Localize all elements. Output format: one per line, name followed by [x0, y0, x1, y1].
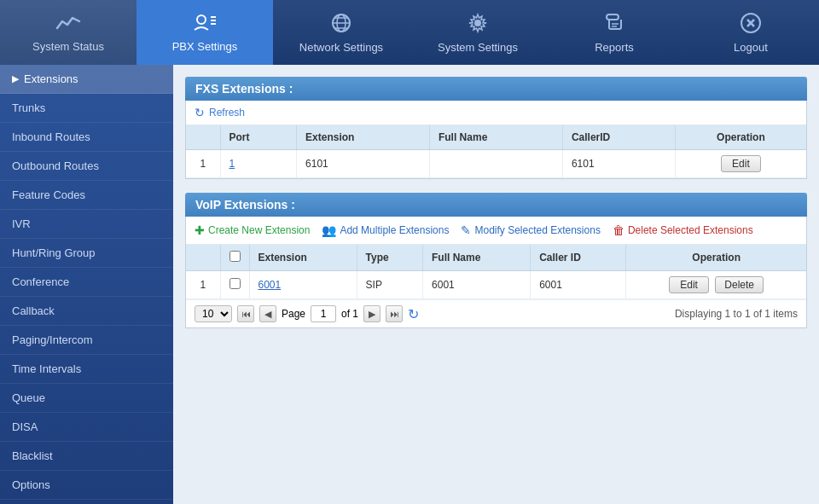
fxs-edit-button[interactable]: Edit	[721, 155, 761, 172]
fxs-row-callerid: 6101	[562, 150, 675, 178]
fxs-section-title: FXS Extensions :	[195, 82, 293, 96]
content-area: FXS Extensions : ↻ Refresh Port Extensio…	[173, 65, 819, 504]
voip-extension-link[interactable]: 6001	[258, 279, 282, 291]
sidebar-item-conference[interactable]: Conference	[0, 268, 173, 297]
sidebar-item-callback[interactable]: Callback	[0, 297, 173, 326]
sidebar-item-extensions[interactable]: ▶ Extensions	[0, 65, 173, 94]
sidebar-hunt-ring-group-label: Hunt/Ring Group	[12, 246, 96, 259]
sidebar-item-options[interactable]: Options	[0, 471, 173, 500]
create-extension-button[interactable]: ✚ Create New Extension	[195, 223, 310, 237]
svg-point-9	[474, 20, 481, 26]
voip-row-fullname: 6001	[423, 271, 531, 299]
per-page-select[interactable]: 10 20 50	[195, 305, 232, 322]
delete-selected-label: Delete Selected Extensions	[628, 224, 753, 236]
logout-icon	[740, 12, 762, 38]
voip-row-check	[220, 271, 249, 299]
fxs-section-body: ↻ Refresh Port Extension Full Name Calle…	[185, 101, 807, 179]
fxs-table: Port Extension Full Name CallerID Operat…	[186, 125, 806, 178]
fxs-col-extension: Extension	[297, 125, 430, 150]
fxs-refresh-bar[interactable]: ↻ Refresh	[186, 101, 806, 125]
sidebar-item-paging-intercom[interactable]: Paging/Intercom	[0, 326, 173, 355]
sidebar-item-blacklist[interactable]: Blacklist	[0, 442, 173, 471]
voip-edit-button[interactable]: Edit	[669, 276, 709, 293]
fxs-col-callerid: CallerID	[562, 125, 675, 150]
voip-table-row: 1 6001 SIP 6001 6001 Edit Delete	[186, 271, 806, 299]
fxs-col-fullname: Full Name	[429, 125, 562, 150]
voip-section-title: VoIP Extensions :	[195, 198, 295, 211]
voip-select-all-checkbox[interactable]	[229, 251, 241, 262]
nav-system-status-label: System Status	[32, 40, 104, 53]
prev-page-button[interactable]: ◀	[259, 305, 276, 322]
pagination-refresh-icon[interactable]: ↻	[408, 306, 419, 322]
voip-table: Extension Type Full Name Caller ID Opera…	[186, 245, 806, 299]
last-page-button[interactable]: ⏭	[386, 305, 403, 322]
sidebar-item-inbound-routes[interactable]: Inbound Routes	[0, 123, 173, 152]
main-layout: ▶ Extensions Trunks Inbound Routes Outbo…	[0, 65, 819, 504]
sidebar-item-queue[interactable]: Queue	[0, 384, 173, 413]
sidebar-item-sip-settings[interactable]: SIP Settings	[0, 500, 173, 504]
fxs-refresh-label: Refresh	[209, 107, 245, 119]
page-input[interactable]	[311, 305, 336, 322]
modify-selected-icon: ✎	[461, 223, 471, 237]
voip-section-header: VoIP Extensions :	[185, 193, 807, 217]
voip-col-extension: Extension	[249, 245, 357, 271]
sidebar: ▶ Extensions Trunks Inbound Routes Outbo…	[0, 65, 173, 504]
fxs-section-header: FXS Extensions :	[185, 77, 807, 101]
sidebar-paging-intercom-label: Paging/Intercom	[12, 333, 93, 346]
sidebar-inbound-routes-label: Inbound Routes	[12, 130, 90, 143]
voip-col-operation: Operation	[626, 245, 806, 271]
nav-network-settings[interactable]: Network Settings	[273, 0, 410, 65]
fxs-row-num: 1	[186, 150, 220, 178]
nav-reports-label: Reports	[595, 41, 634, 54]
nav-network-settings-label: Network Settings	[299, 41, 383, 54]
sidebar-time-intervals-label: Time Intervals	[12, 362, 81, 375]
voip-col-num	[186, 245, 220, 271]
voip-delete-button[interactable]: Delete	[715, 276, 764, 293]
pagination-info: Displaying 1 to 1 of 1 items	[675, 308, 798, 320]
add-multiple-icon: 👥	[322, 223, 336, 237]
voip-section: VoIP Extensions : ✚ Create New Extension…	[185, 193, 807, 328]
voip-row-type: SIP	[357, 271, 422, 299]
fxs-col-port: Port	[220, 125, 297, 150]
create-extension-label: Create New Extension	[208, 224, 310, 236]
svg-rect-10	[607, 14, 619, 20]
modify-selected-button[interactable]: ✎ Modify Selected Extensions	[461, 223, 600, 237]
fxs-col-operation: Operation	[675, 125, 806, 150]
nav-pbx-settings[interactable]: PBX Settings	[136, 0, 273, 65]
sidebar-options-label: Options	[12, 478, 50, 491]
delete-selected-button[interactable]: 🗑 Delete Selected Extensions	[613, 223, 753, 237]
nav-logout[interactable]: Logout	[682, 0, 819, 65]
top-navigation: System Status PBX Settings Network Setti…	[0, 0, 819, 65]
fxs-port-link[interactable]: 1	[229, 158, 235, 170]
create-extension-icon: ✚	[195, 223, 205, 237]
sidebar-extensions-label: Extensions	[24, 72, 78, 85]
sidebar-item-ivr[interactable]: IVR	[0, 210, 173, 239]
sidebar-item-disa[interactable]: DISA	[0, 413, 173, 442]
sidebar-outbound-routes-label: Outbound Routes	[12, 159, 99, 172]
sidebar-item-trunks[interactable]: Trunks	[0, 94, 173, 123]
fxs-row-operation: Edit	[675, 150, 806, 178]
next-page-button[interactable]: ▶	[363, 305, 380, 322]
sidebar-item-feature-codes[interactable]: Feature Codes	[0, 181, 173, 210]
add-multiple-label: Add Multiple Extensions	[340, 224, 449, 236]
sidebar-item-time-intervals[interactable]: Time Intervals	[0, 355, 173, 384]
svg-point-0	[197, 15, 206, 24]
nav-system-status[interactable]: System Status	[0, 0, 136, 65]
first-page-button[interactable]: ⏮	[237, 305, 254, 322]
fxs-row-fullname	[429, 150, 562, 178]
page-label: Page	[282, 308, 305, 320]
nav-system-settings[interactable]: System Settings	[410, 0, 546, 65]
sidebar-conference-label: Conference	[12, 275, 69, 288]
fxs-row-extension: 6101	[297, 150, 430, 178]
fxs-section: FXS Extensions : ↻ Refresh Port Extensio…	[185, 77, 807, 179]
sidebar-item-outbound-routes[interactable]: Outbound Routes	[0, 152, 173, 181]
voip-row-num: 1	[186, 271, 220, 299]
nav-logout-label: Logout	[734, 41, 768, 54]
pagination-left: 10 20 50 ⏮ ◀ Page of 1 ▶ ⏭ ↻	[195, 305, 419, 322]
add-multiple-button[interactable]: 👥 Add Multiple Extensions	[322, 223, 449, 237]
nav-reports[interactable]: Reports	[546, 0, 682, 65]
voip-row-checkbox[interactable]	[229, 278, 241, 289]
sidebar-callback-label: Callback	[12, 304, 55, 317]
sidebar-trunks-label: Trunks	[12, 101, 45, 114]
sidebar-item-hunt-ring-group[interactable]: Hunt/Ring Group	[0, 239, 173, 268]
